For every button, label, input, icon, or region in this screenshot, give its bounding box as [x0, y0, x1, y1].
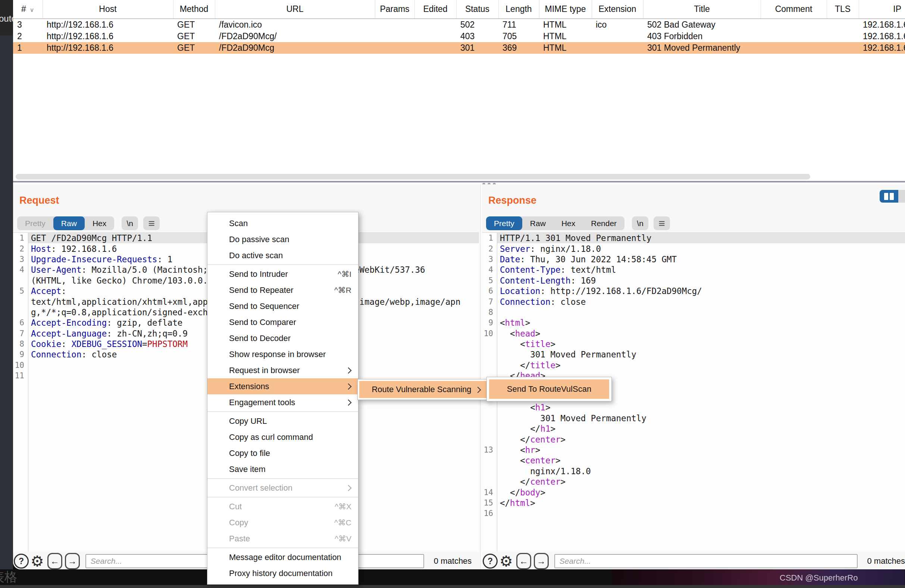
shortcut-label: ^⌘X: [335, 499, 351, 515]
cell-method: GET: [173, 42, 215, 54]
history-row[interactable]: 3http://192.168.1.6GET/favicon.ico502711…: [13, 19, 905, 30]
layout-rows-button[interactable]: [898, 190, 905, 203]
editor-line: 301 Moved Permanently: [482, 413, 905, 423]
response-tab-raw[interactable]: Raw: [522, 216, 554, 230]
extensions-submenu: Route Vulnerable Scanning: [357, 379, 489, 400]
menu-item-do-active-scan[interactable]: Do active scan: [207, 247, 358, 264]
column-header-comment[interactable]: Comment: [761, 0, 827, 19]
table-header-row: #∨HostMethodURLParamsEditedStatusLengthM…: [13, 0, 905, 19]
request-tab-hex[interactable]: Hex: [85, 216, 114, 230]
editor-line: 9<html>: [482, 318, 905, 328]
cell-ip: 192.168.1.6: [859, 42, 905, 54]
request-newline-toggle-button[interactable]: \n: [122, 216, 138, 230]
column-header-[interactable]: #∨: [13, 0, 43, 19]
menu-item-proxy-history-documentation[interactable]: Proxy history documentation: [207, 565, 358, 581]
column-header-length[interactable]: Length: [499, 0, 539, 19]
arrow-right-icon: →: [537, 556, 546, 566]
column-header-params[interactable]: Params: [375, 0, 414, 19]
shortcut-label: ^⌘R: [334, 282, 351, 298]
menu-item-save-item[interactable]: Save item: [207, 461, 358, 477]
menu-item-route-vulnerable-scanning[interactable]: Route Vulnerable Scanning: [359, 381, 487, 398]
cell-ip: 192.168.1.6: [859, 30, 905, 42]
editor-line: 16: [482, 508, 905, 519]
response-menu-button[interactable]: ≡: [654, 216, 670, 230]
column-header-ip[interactable]: IP: [859, 0, 905, 19]
column-header-extension[interactable]: Extension: [592, 0, 643, 19]
response-panel-title: Response: [488, 195, 537, 206]
cell-title: 301 Moved Permanently: [643, 42, 761, 54]
cell-url: /FD2aD90Mcg: [215, 42, 375, 54]
settings-gear-icon[interactable]: ⚙: [500, 553, 513, 569]
menu-item-send-to-decoder[interactable]: Send to Decoder: [207, 330, 358, 346]
editor-line: <center>: [482, 455, 905, 466]
column-header-title[interactable]: Title: [643, 0, 761, 19]
menu-item-send-to-comparer[interactable]: Send to Comparer: [207, 314, 358, 330]
cell-params: [375, 19, 414, 30]
history-row[interactable]: 1http://192.168.1.6GET/FD2aD90Mcg301369H…: [13, 42, 905, 54]
column-header-method[interactable]: Method: [173, 0, 215, 19]
request-tabs: PrettyRawHex \n ≡: [17, 216, 160, 230]
column-header-host[interactable]: Host: [43, 0, 173, 19]
request-menu-button[interactable]: ≡: [143, 216, 160, 230]
menu-item-copy-as-curl-command[interactable]: Copy as curl command: [207, 429, 358, 445]
response-newline-toggle-button[interactable]: \n: [632, 216, 648, 230]
menu-item-copy-url[interactable]: Copy URL: [207, 413, 358, 429]
search-next-button[interactable]: →: [534, 553, 549, 569]
cell-mime-type: HTML: [539, 19, 592, 30]
cell-status: 403: [456, 30, 499, 42]
cell-tls: [827, 30, 859, 42]
help-icon[interactable]: ?: [14, 554, 29, 569]
search-prev-button[interactable]: ←: [48, 553, 62, 569]
menu-item-convert-selection: Convert selection: [207, 480, 358, 496]
column-header-mime-type[interactable]: MIME type: [539, 0, 592, 19]
cell-host: http://192.168.1.6: [43, 30, 173, 42]
menu-item-send-to-intruder[interactable]: Send to Intruder^⌘I: [207, 266, 358, 282]
horizontal-scrollbar[interactable]: [16, 174, 810, 180]
shortcut-label: ^⌘V: [335, 531, 351, 547]
menu-item-scan[interactable]: Scan: [207, 215, 358, 231]
menu-item-extensions[interactable]: Extensions: [207, 378, 358, 394]
menu-item-message-editor-documentation[interactable]: Message editor documentation: [207, 549, 358, 565]
response-search-input[interactable]: [554, 554, 857, 568]
column-header-edited[interactable]: Edited: [414, 0, 456, 19]
search-prev-button[interactable]: ←: [516, 553, 531, 569]
column-header-tls[interactable]: TLS: [827, 0, 859, 19]
request-tab-raw[interactable]: Raw: [53, 216, 85, 230]
editor-line: 7Connection: close: [482, 296, 905, 307]
settings-gear-icon[interactable]: ⚙: [30, 553, 44, 569]
request-match-count: 0 matches: [434, 556, 472, 566]
cell-status: 502: [456, 19, 499, 30]
history-row[interactable]: 2http://192.168.1.6GET/FD2aD90Mcg/403705…: [13, 30, 905, 42]
menu-item-show-response-in-browser[interactable]: Show response in browser: [207, 346, 358, 362]
menu-item-send-to-sequencer[interactable]: Send to Sequencer: [207, 298, 358, 314]
response-tab-hex[interactable]: Hex: [554, 216, 583, 230]
desktop-background: 表格 CSDN @SuperherRo: [0, 569, 905, 588]
menu-separator: [207, 548, 358, 548]
arrow-left-icon: ←: [519, 556, 528, 566]
editor-line: 3Date: Thu, 30 Jun 2022 14:58:45 GMT: [482, 254, 905, 265]
layout-columns-button[interactable]: [880, 190, 898, 203]
menu-item-copy: Copy^⌘C: [207, 515, 358, 531]
menu-item-send-to-routevulscan[interactable]: Send To RouteVulScan: [489, 380, 609, 399]
menu-item-send-to-repeater[interactable]: Send to Repeater^⌘R: [207, 282, 358, 298]
cell-mime-type: HTML: [539, 42, 592, 54]
response-tab-render[interactable]: Render: [583, 216, 624, 230]
help-icon[interactable]: ?: [483, 554, 498, 569]
column-header-url[interactable]: URL: [215, 0, 375, 19]
request-tab-pretty[interactable]: Pretty: [17, 216, 53, 230]
menu-item-do-passive-scan[interactable]: Do passive scan: [207, 231, 358, 247]
response-tab-pretty[interactable]: Pretty: [486, 216, 522, 230]
menu-item-request-in-browser[interactable]: Request in browser: [207, 362, 358, 378]
column-header-status[interactable]: Status: [456, 0, 499, 19]
response-match-count: 0 matches: [867, 556, 905, 566]
search-next-button[interactable]: →: [65, 553, 80, 569]
arrow-left-icon: ←: [50, 556, 59, 566]
panel-splitter[interactable]: [13, 181, 905, 183]
cell-edited: [414, 42, 456, 54]
menu-item-copy-to-file[interactable]: Copy to file: [207, 445, 358, 461]
menu-separator: [207, 478, 358, 479]
menu-separator: [207, 412, 358, 412]
background-image-fragment: [612, 569, 905, 586]
menu-item-engagement-tools[interactable]: Engagement tools: [207, 394, 358, 410]
menu-item-cut: Cut^⌘X: [207, 499, 358, 515]
